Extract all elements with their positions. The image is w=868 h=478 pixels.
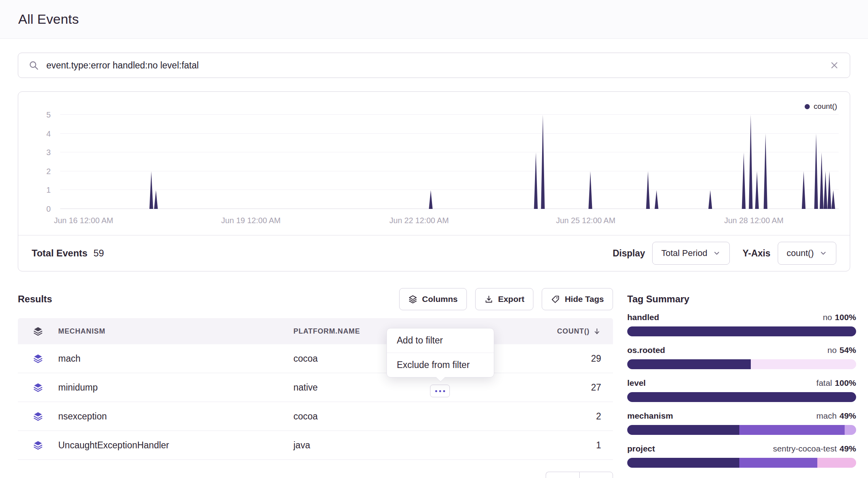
mechanism-cell[interactable]: nsexception [58,411,293,422]
results-layout: Results Columns Export [18,288,856,477]
tag-bar-segment [627,458,739,468]
yaxis-label: Y-Axis [742,248,770,259]
columns-button-label: Columns [422,294,458,304]
tag-bar-segment [845,425,856,435]
y-axis-tick-label: 5 [46,111,51,119]
mechanism-cell[interactable]: minidump [58,382,293,393]
chart-svg [60,115,839,209]
platform-cell[interactable]: native [293,382,494,393]
table-body: machcocoa29minidumpnative27nsexceptionco… [18,344,613,460]
dot-icon [439,390,441,392]
hide-tags-button-label: Hide Tags [565,294,604,304]
columns-button[interactable]: Columns [399,288,467,310]
tag-summary: Tag Summary handledno100%os.rootedno54%l… [627,288,856,477]
column-header-count[interactable]: COUNT() [494,327,613,336]
tag-value: mach49% [817,411,856,421]
search-input[interactable] [46,60,822,71]
tag-bar-segment [627,359,751,369]
pagination [546,472,613,478]
results-table: MECHANISM PLATFORM.NAME COUNT() machcoco… [18,318,613,460]
table-row[interactable]: minidumpnative27 [18,373,613,402]
tag-name: project [627,444,655,453]
tag-name: mechanism [627,411,673,421]
tag-bar[interactable] [627,425,856,435]
tag-name: level [627,378,646,388]
table-row[interactable]: UncaughtExceptionHandlerjava1 [18,431,613,460]
tag-bar[interactable] [627,458,856,468]
tag-entry: projectsentry-cocoa-test49% [627,444,856,468]
context-menu: Add to filterExclude from filter [386,328,494,377]
x-axis-tick-label: Jun 19 12:00 AM [221,216,281,225]
tag-bar[interactable] [627,392,856,402]
hide-tags-button[interactable]: Hide Tags [542,288,613,310]
export-button-label: Export [498,294,525,304]
table-header: MECHANISM PLATFORM.NAME COUNT() [18,318,613,344]
y-axis-tick-label: 4 [46,130,51,138]
count-cell: 27 [494,382,613,393]
x-axis-tick-label: Jun 28 12:00 AM [724,216,784,225]
x-axis-tick-label: Jun 16 12:00 AM [54,216,113,225]
stack-icon [408,295,417,304]
chart-series [60,115,839,209]
tag-value: no100% [823,313,856,322]
y-axis-tick-label: 1 [46,186,51,194]
tag-value: fatal100% [817,378,856,388]
tag-value: sentry-cocoa-test49% [773,444,856,453]
x-axis-tick-label: Jun 22 12:00 AM [389,216,449,225]
chevron-down-icon [713,249,721,257]
y-axis-tick-label: 3 [46,148,51,156]
chevron-down-icon [819,249,827,257]
column-header-mechanism[interactable]: MECHANISM [58,327,293,336]
total-events-label: Total Events [32,248,88,259]
yaxis-select-value: count() [787,248,814,258]
page-title: All Events [18,11,79,27]
count-cell: 29 [494,353,613,364]
tag-icon [551,295,560,304]
x-axis-tick-label: Jun 25 12:00 AM [556,216,615,225]
y-axis-tick-label: 0 [46,205,51,213]
tag-bar[interactable] [627,326,856,336]
search-box[interactable] [18,53,850,78]
mechanism-cell[interactable]: UncaughtExceptionHandler [58,440,293,451]
results-heading: Results [18,294,52,305]
row-actions-button[interactable] [430,385,450,397]
tag-bar-segment [627,425,739,435]
layers-icon [18,353,58,364]
count-cell: 1 [494,440,613,451]
platform-cell[interactable]: cocoa [293,411,494,422]
yaxis-select[interactable]: count() [778,242,836,265]
sort-desc-icon [593,327,601,336]
table-row[interactable]: machcocoa29 [18,344,613,373]
export-button[interactable]: Export [475,288,534,310]
tag-bar-segment [751,359,856,369]
dot-icon [435,390,437,392]
table-row[interactable]: nsexceptioncocoa2 [18,402,613,431]
chart-plot: 012345Jun 16 12:00 AMJun 19 12:00 AMJun … [60,115,839,209]
context-menu-item[interactable]: Add to filter [387,328,494,353]
y-axis-tick-label: 2 [46,167,51,175]
search-row [18,53,850,78]
stack-icon [18,326,58,336]
count-header-label: COUNT() [557,327,590,336]
mechanism-cell[interactable]: mach [58,353,293,364]
tag-bar[interactable] [627,359,856,369]
page-header: All Events [0,0,868,39]
total-events-value: 59 [93,248,104,259]
pagination-next-button[interactable] [579,472,613,478]
pagination-prev-button[interactable] [546,472,579,478]
tag-name: handled [627,313,659,322]
layers-icon [18,411,58,421]
tag-entries: handledno100%os.rootedno54%levelfatal100… [627,313,856,468]
context-menu-item[interactable]: Exclude from filter [387,353,494,377]
tag-bar-segment [627,392,856,402]
legend-dot-icon [805,104,810,109]
platform-cell[interactable]: java [293,440,494,451]
layers-icon [18,440,58,450]
tag-bar-segment [739,458,817,468]
tag-entry: handledno100% [627,313,856,336]
tag-bar-segment [739,425,845,435]
chart-legend[interactable]: count() [805,102,837,111]
display-select[interactable]: Total Period [652,242,730,265]
clear-search-icon[interactable] [829,60,839,70]
tag-entry: levelfatal100% [627,378,856,402]
